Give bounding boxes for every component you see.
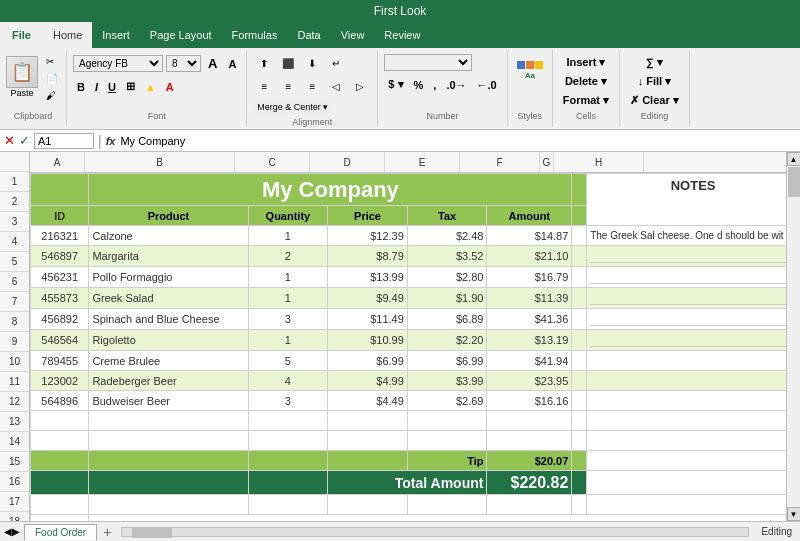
cell-h16[interactable] <box>587 495 800 515</box>
row-header-15[interactable]: 15 <box>0 452 29 472</box>
cell-product-7[interactable]: Spinach and Blue Cheese <box>89 309 248 330</box>
cell-h15[interactable] <box>587 471 800 495</box>
col-header-c[interactable]: C <box>235 152 310 172</box>
cell-b1[interactable]: My Company <box>89 174 572 206</box>
row-header-14[interactable]: 14 <box>0 432 29 452</box>
cell-product-8[interactable]: Rigoletto <box>89 330 248 351</box>
scroll-up-button[interactable]: ▲ <box>787 152 801 166</box>
cell-h12[interactable] <box>587 411 800 431</box>
vertical-scrollbar[interactable]: ▲ ▼ <box>786 152 800 521</box>
border-button[interactable]: ⊞ <box>122 78 139 95</box>
cell-tax-9[interactable]: $6.99 <box>407 351 487 371</box>
styles-button[interactable]: Aa <box>514 54 546 86</box>
cell-g4[interactable] <box>572 246 587 267</box>
row-header-16[interactable]: 16 <box>0 472 29 492</box>
cell-g12[interactable] <box>572 411 587 431</box>
cell-a12[interactable] <box>31 411 89 431</box>
cell-g14[interactable] <box>572 451 587 471</box>
autosum-button[interactable]: ∑ ▾ <box>642 54 667 71</box>
comma-format-button[interactable]: , <box>429 77 440 93</box>
header-product[interactable]: Product <box>89 206 248 226</box>
cell-total-value[interactable]: $220.82 <box>487 471 572 495</box>
cell-c14[interactable] <box>248 451 328 471</box>
cell-b15[interactable] <box>89 471 248 495</box>
cell-price-11[interactable]: $4.49 <box>328 391 408 411</box>
cell-h10[interactable] <box>587 371 800 391</box>
row-header-7[interactable]: 7 <box>0 292 29 312</box>
row-header-17[interactable]: 17 <box>0 492 29 512</box>
tab-home[interactable]: Home <box>43 22 92 48</box>
cell-b12[interactable] <box>89 411 248 431</box>
cancel-formula-icon[interactable]: ✕ <box>4 133 15 148</box>
wrap-text-button[interactable]: ↵ <box>325 54 347 72</box>
font-color-button[interactable]: A <box>162 79 178 95</box>
percent-format-button[interactable]: % <box>410 77 428 93</box>
cell-g11[interactable] <box>572 391 587 411</box>
cell-qty-7[interactable]: 3 <box>248 309 328 330</box>
cell-amount-7[interactable]: $41.36 <box>487 309 572 330</box>
cell-a13[interactable] <box>31 431 89 451</box>
cell-product-11[interactable]: Budweiser Beer <box>89 391 248 411</box>
align-center-button[interactable]: ≡ <box>277 77 299 95</box>
number-format-select[interactable] <box>384 54 472 71</box>
cell-qty-4[interactable]: 2 <box>248 246 328 267</box>
cell-h8[interactable] <box>587 330 800 351</box>
cell-tax-3[interactable]: $2.48 <box>407 226 487 246</box>
italic-button[interactable]: I <box>91 79 102 95</box>
cell-qty-8[interactable]: 1 <box>248 330 328 351</box>
cell-d13[interactable] <box>328 431 408 451</box>
tab-insert[interactable]: Insert <box>92 22 140 48</box>
cell-product-6[interactable]: Greek Salad <box>89 288 248 309</box>
sheet-tab-food-order[interactable]: Food Order <box>24 524 97 540</box>
row-header-2[interactable]: 2 <box>0 192 29 212</box>
cell-h6[interactable] <box>587 288 800 309</box>
cell-c12[interactable] <box>248 411 328 431</box>
cell-product-10[interactable]: Radeberger Beer <box>89 371 248 391</box>
cell-id-8[interactable]: 546564 <box>31 330 89 351</box>
cell-f12[interactable] <box>487 411 572 431</box>
indent-increase-button[interactable]: ▷ <box>349 77 371 95</box>
cell-h14[interactable] <box>587 451 800 471</box>
cell-qty-6[interactable]: 1 <box>248 288 328 309</box>
header-price[interactable]: Price <box>328 206 408 226</box>
cell-id-4[interactable]: 546897 <box>31 246 89 267</box>
cell-id-9[interactable]: 789455 <box>31 351 89 371</box>
fx-button[interactable]: fx <box>106 135 116 147</box>
insert-cells-button[interactable]: Insert ▾ <box>559 54 613 71</box>
cell-id-10[interactable]: 123002 <box>31 371 89 391</box>
cell-b17[interactable] <box>89 515 800 522</box>
indent-decrease-button[interactable]: ◁ <box>325 77 347 95</box>
dollar-format-button[interactable]: $ ▾ <box>384 76 407 93</box>
header-g[interactable] <box>572 206 587 226</box>
cell-g3[interactable] <box>572 226 587 246</box>
cell-g5[interactable] <box>572 267 587 288</box>
cell-c15[interactable] <box>248 471 328 495</box>
cell-product-3[interactable]: Calzone <box>89 226 248 246</box>
cell-amount-5[interactable]: $16.79 <box>487 267 572 288</box>
merge-center-button[interactable]: Merge & Center ▾ <box>253 100 332 114</box>
row-header-13[interactable]: 13 <box>0 412 29 432</box>
cell-id-3[interactable]: 216321 <box>31 226 89 246</box>
cell-price-8[interactable]: $10.99 <box>328 330 408 351</box>
cell-price-5[interactable]: $13.99 <box>328 267 408 288</box>
row-header-6[interactable]: 6 <box>0 272 29 292</box>
increase-font-button[interactable]: A <box>204 54 221 73</box>
cell-total-label[interactable]: Total Amount <box>328 471 487 495</box>
sheet-nav-left[interactable]: ◀ <box>4 526 12 537</box>
cell-tax-7[interactable]: $6.89 <box>407 309 487 330</box>
cell-amount-10[interactable]: $23.95 <box>487 371 572 391</box>
font-size-select[interactable]: 8 <box>166 55 201 72</box>
cell-g7[interactable] <box>572 309 587 330</box>
cell-tax-10[interactable]: $3.99 <box>407 371 487 391</box>
scroll-thumb[interactable] <box>788 167 800 197</box>
row-header-5[interactable]: 5 <box>0 252 29 272</box>
cell-c13[interactable] <box>248 431 328 451</box>
align-left-button[interactable]: ≡ <box>253 77 275 95</box>
tab-page-layout[interactable]: Page Layout <box>140 22 222 48</box>
cut-button[interactable]: ✂ <box>42 54 62 69</box>
paste-button[interactable]: 📋 Paste <box>4 54 40 100</box>
cell-tax-8[interactable]: $2.20 <box>407 330 487 351</box>
row-header-12[interactable]: 12 <box>0 392 29 412</box>
decrease-font-button[interactable]: A <box>224 56 240 72</box>
cell-g16[interactable] <box>572 495 587 515</box>
